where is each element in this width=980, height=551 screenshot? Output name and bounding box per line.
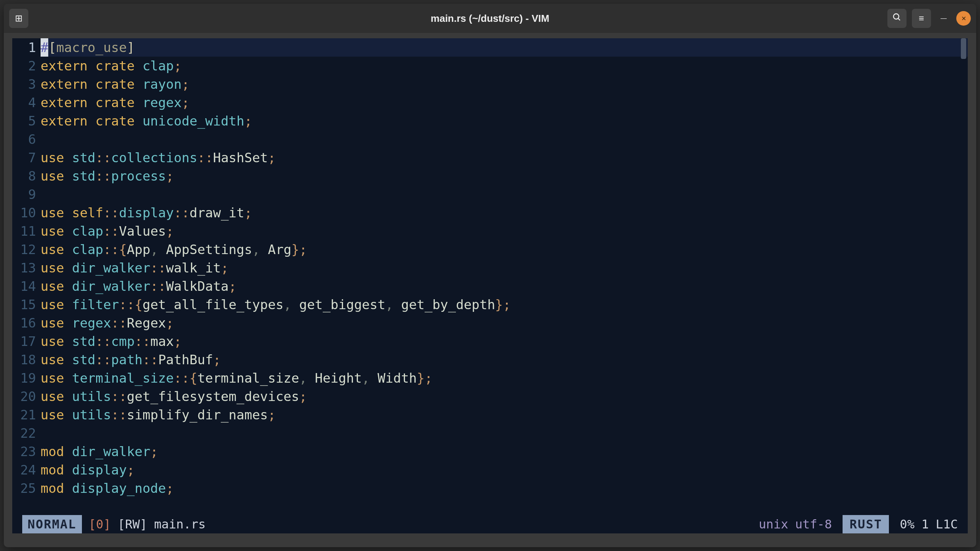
line-number: 7 bbox=[12, 148, 36, 167]
new-tab-button[interactable]: ⊞ bbox=[9, 9, 28, 28]
token: path bbox=[111, 352, 142, 367]
language-badge: RUST bbox=[843, 515, 889, 533]
code-line[interactable]: use std::cmp::max; bbox=[41, 332, 968, 350]
token: use bbox=[41, 407, 64, 422]
line-number: 3 bbox=[12, 75, 36, 93]
token: ; bbox=[181, 77, 189, 92]
token: ; bbox=[174, 58, 181, 73]
token bbox=[64, 370, 72, 386]
code-line[interactable]: extern crate unicode_width; bbox=[41, 112, 968, 130]
code-line[interactable]: use terminal_size::{terminal_size, Heigh… bbox=[41, 369, 968, 387]
code-line[interactable] bbox=[41, 185, 968, 204]
cursor-line: 1 bbox=[921, 515, 929, 533]
token bbox=[64, 150, 72, 165]
code-line[interactable]: mod display_node; bbox=[41, 479, 968, 497]
line-number: 10 bbox=[12, 204, 36, 222]
token: :: bbox=[95, 150, 111, 165]
token bbox=[64, 168, 72, 184]
token: } bbox=[417, 370, 425, 386]
token bbox=[135, 77, 142, 92]
scroll-percent: 0% bbox=[900, 515, 915, 533]
token: , bbox=[299, 370, 315, 386]
token: { bbox=[135, 297, 142, 312]
code-line[interactable]: extern crate rayon; bbox=[41, 75, 968, 93]
token: ; bbox=[181, 95, 189, 110]
token: :: bbox=[142, 352, 158, 367]
token: :: bbox=[95, 334, 111, 349]
code-line[interactable]: use regex::Regex; bbox=[41, 314, 968, 332]
token: self bbox=[72, 205, 103, 220]
cursor-col: L1C bbox=[936, 515, 958, 533]
code-line[interactable]: #[macro_use] bbox=[41, 38, 968, 57]
code-line[interactable] bbox=[41, 130, 968, 148]
token: ; bbox=[299, 242, 307, 257]
code-line[interactable]: use clap::Values; bbox=[41, 222, 968, 240]
line-number: 2 bbox=[12, 57, 36, 75]
code-line[interactable] bbox=[41, 424, 968, 442]
code-line[interactable]: use std::path::PathBuf; bbox=[41, 350, 968, 369]
code-line[interactable]: use filter::{get_all_file_types, get_big… bbox=[41, 295, 968, 314]
token: clap bbox=[72, 223, 103, 239]
token: ; bbox=[503, 297, 511, 312]
token: mod bbox=[41, 462, 64, 478]
token: use bbox=[41, 370, 64, 386]
token: regex bbox=[72, 315, 111, 331]
token: std bbox=[72, 352, 95, 367]
code-line[interactable]: use utils::get_filesystem_devices; bbox=[41, 387, 968, 406]
code-line[interactable]: extern crate regex; bbox=[41, 93, 968, 112]
token: mod bbox=[41, 481, 64, 496]
code-line[interactable]: use std::process; bbox=[41, 167, 968, 185]
scrollbar-thumb[interactable] bbox=[961, 38, 966, 59]
token bbox=[64, 352, 72, 367]
line-number: 5 bbox=[12, 112, 36, 130]
token: std bbox=[72, 150, 95, 165]
token: unicode_width bbox=[142, 113, 244, 129]
menu-button[interactable]: ≡ bbox=[912, 9, 931, 28]
token: { bbox=[189, 370, 197, 386]
code-line[interactable]: mod dir_walker; bbox=[41, 442, 968, 461]
token: use bbox=[41, 389, 64, 404]
code-line[interactable]: extern crate clap; bbox=[41, 57, 968, 75]
token: ; bbox=[150, 444, 158, 459]
token: ; bbox=[166, 315, 174, 331]
code-line[interactable]: use utils::simplify_dir_names; bbox=[41, 406, 968, 424]
token bbox=[64, 260, 72, 276]
token: std bbox=[72, 334, 95, 349]
token: extern crate bbox=[41, 77, 135, 92]
token: use bbox=[41, 168, 64, 184]
token: terminal_size bbox=[197, 370, 299, 386]
code-line[interactable]: use dir_walker::walk_it; bbox=[41, 259, 968, 277]
token: clap bbox=[142, 58, 174, 73]
token bbox=[64, 481, 72, 496]
minimize-button[interactable]: — bbox=[936, 11, 951, 26]
line-number: 1 bbox=[12, 38, 36, 57]
token: draw_it bbox=[189, 205, 244, 220]
file-format: unix bbox=[759, 515, 788, 533]
code-line[interactable]: use self::display::draw_it; bbox=[41, 204, 968, 222]
line-number: 6 bbox=[12, 130, 36, 148]
code-line[interactable]: use std::collections::HashSet; bbox=[41, 148, 968, 167]
token: collections bbox=[111, 150, 197, 165]
token: use bbox=[41, 297, 64, 312]
token bbox=[135, 58, 142, 73]
editor[interactable]: 1234567891011121314151617181920212223242… bbox=[12, 38, 968, 533]
code-line[interactable]: use clap::{App, AppSettings, Arg}; bbox=[41, 240, 968, 259]
token bbox=[135, 113, 142, 129]
code-lines[interactable]: #[macro_use]extern crate clap;extern cra… bbox=[41, 38, 968, 515]
token: :: bbox=[103, 242, 119, 257]
cursor: # bbox=[41, 38, 48, 57]
code-line[interactable]: use dir_walker::WalkData; bbox=[41, 277, 968, 295]
code-line[interactable]: mod display; bbox=[41, 461, 968, 479]
search-icon bbox=[892, 13, 902, 24]
token: :: bbox=[111, 315, 127, 331]
token: WalkData bbox=[166, 279, 229, 294]
token: filter bbox=[72, 297, 119, 312]
search-button[interactable] bbox=[887, 9, 906, 28]
file-encoding: utf-8 bbox=[795, 515, 832, 533]
hamburger-icon: ≡ bbox=[919, 13, 924, 24]
close-button[interactable]: ✕ bbox=[956, 11, 971, 26]
token: ; bbox=[244, 205, 252, 220]
filename: main.rs bbox=[154, 515, 206, 533]
token: :: bbox=[174, 370, 189, 386]
token: Arg bbox=[268, 242, 291, 257]
